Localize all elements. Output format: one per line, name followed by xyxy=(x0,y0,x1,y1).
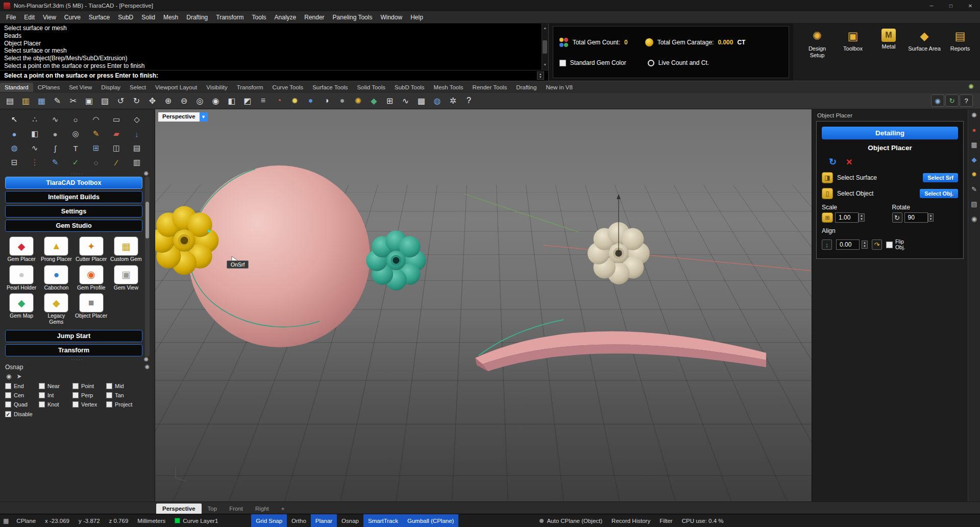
hatch-icon[interactable]: ▩ xyxy=(413,96,429,106)
menu-item[interactable]: Tools xyxy=(248,12,271,22)
gem-studio-tool[interactable]: ▲ Prong Placer xyxy=(40,237,72,262)
osnap-gear-icon[interactable]: ✺ xyxy=(143,356,150,363)
status-right-item[interactable]: Record History xyxy=(607,514,655,527)
osnap-pointer-icon[interactable]: ➤ xyxy=(16,373,21,380)
checkbox-box[interactable] xyxy=(106,401,112,408)
checkbox-box[interactable] xyxy=(5,411,11,417)
lighting-icon[interactable]: ✹ xyxy=(287,96,303,106)
ribbon-tab[interactable]: Set View xyxy=(64,83,96,92)
status-grid-icon[interactable]: ▦ xyxy=(0,514,12,527)
gem-studio-tool[interactable]: ◉ Gem Profile xyxy=(75,266,108,291)
command-input[interactable]: Select a point on the surface or press E… xyxy=(0,70,548,81)
menu-item[interactable]: Edit xyxy=(20,12,39,22)
scroll-thumb[interactable] xyxy=(543,40,547,54)
viewport-tab[interactable]: Top xyxy=(202,504,224,514)
osnap-settings-icon[interactable]: ✺ xyxy=(144,364,150,371)
curve-tool-icon[interactable]: ∿ xyxy=(398,96,413,106)
side-tool-icon[interactable]: ✓ xyxy=(65,155,86,170)
render-icon[interactable]: ◔ xyxy=(271,96,287,105)
checkbox-box[interactable] xyxy=(39,383,45,389)
command-history[interactable]: Select surface or meshBeadsObject Placer… xyxy=(0,23,548,70)
checkbox-box[interactable] xyxy=(39,401,45,408)
side-tool-icon[interactable]: ○ xyxy=(65,112,86,127)
toolbox-section-button[interactable]: TiaraCAD Toolbox xyxy=(5,177,142,189)
side-tool-icon[interactable]: ↖ xyxy=(4,112,24,127)
osnap-checkbox[interactable]: Mid xyxy=(106,383,140,389)
side-tool-icon[interactable]: ∴ xyxy=(24,112,45,127)
zoom-extents-icon[interactable]: ◎ xyxy=(192,96,208,106)
render-panel-icon[interactable]: ● xyxy=(972,126,976,134)
viewport-tab[interactable]: Right xyxy=(249,504,275,514)
zoom-in-icon[interactable]: ⊕ xyxy=(160,96,176,106)
ribbon-tab[interactable]: Transform xyxy=(232,83,268,92)
side-tool-icon[interactable]: ⊞ xyxy=(86,141,106,155)
side-tool-icon[interactable]: ● xyxy=(45,127,65,141)
gem-panel-icon[interactable]: ◆ xyxy=(972,156,977,163)
ribbon-tab[interactable]: Visibility xyxy=(202,83,232,92)
status-right-item[interactable]: CPU use: 0.4 % xyxy=(677,514,728,527)
paste-icon[interactable]: ▧ xyxy=(97,96,113,106)
ribbon-tab[interactable]: Solid Tools xyxy=(353,83,390,92)
ribbon-tab[interactable]: Select xyxy=(125,83,151,92)
gem-studio-tool[interactable]: ● Pearl Holder xyxy=(5,266,38,291)
side-tool-icon[interactable]: ⋮ xyxy=(24,155,45,170)
wireframe-display-icon[interactable]: ◩ xyxy=(239,96,255,106)
minimize-icon[interactable]: ─ xyxy=(922,0,941,11)
rotate-view-icon[interactable]: ◉ xyxy=(208,96,224,106)
status-toggle[interactable]: Osnap xyxy=(337,514,363,527)
menu-item[interactable]: Window xyxy=(376,12,406,22)
gem-studio-tool[interactable]: ◆ Gem Placer xyxy=(5,237,38,262)
osnap-checkbox[interactable]: Vertex xyxy=(72,401,106,408)
ribbon-tab[interactable]: Drafting xyxy=(511,83,541,92)
menu-item[interactable]: Surface xyxy=(85,12,114,22)
viewport-title-chip[interactable]: Perspective ▼ xyxy=(158,112,208,122)
help-icon[interactable]: ? xyxy=(461,96,477,105)
status-toggle[interactable]: Planar xyxy=(311,514,337,527)
display-panel-icon[interactable]: ◉ xyxy=(971,215,977,223)
scale-input[interactable]: 1.00 xyxy=(835,212,859,223)
side-tool-icon[interactable]: ∿ xyxy=(24,141,45,155)
menu-item[interactable]: SubD xyxy=(114,12,137,22)
toolbox-section-button[interactable]: Gem Studio xyxy=(5,220,142,232)
osnap-checkbox[interactable]: Project xyxy=(106,401,140,408)
checkbox-box[interactable] xyxy=(5,401,11,408)
redo-icon[interactable]: ↻ xyxy=(129,96,144,106)
display-mode-icon[interactable]: ◑ xyxy=(318,96,334,105)
quick-tool-button[interactable]: M Metal xyxy=(872,29,905,79)
viewport-tab[interactable]: Perspective xyxy=(156,504,202,514)
checkbox-box[interactable] xyxy=(106,392,112,398)
gem-studio-tool[interactable]: ● Cabochon xyxy=(40,266,72,291)
align-spinner[interactable]: ▲▼ xyxy=(862,241,868,249)
side-tool-icon[interactable]: ◫ xyxy=(106,141,127,155)
osnap-checkbox[interactable]: Int xyxy=(39,392,72,398)
panel-drag-handle[interactable]: ·····✺ xyxy=(0,171,155,177)
panels-icon[interactable]: ▦ xyxy=(971,141,977,149)
flip-checkbox[interactable] xyxy=(886,242,893,248)
command-scrollbar[interactable]: ▲▼ xyxy=(542,23,548,70)
osnap-disable-checkbox[interactable]: Disable xyxy=(5,411,150,417)
menu-item[interactable]: Render xyxy=(300,12,328,22)
status-right-item[interactable]: Filter xyxy=(655,514,677,527)
ribbon-tab[interactable]: Viewport Layout xyxy=(151,83,202,92)
rotate-spinner[interactable]: ▲▼ xyxy=(928,213,934,222)
side-tool-icon[interactable]: ∿ xyxy=(45,112,65,127)
ribbon-tab[interactable]: CPlanes xyxy=(33,83,64,92)
align-input[interactable]: 0.00 xyxy=(836,239,860,250)
toolbox-section-button[interactable]: Intelligent Builds xyxy=(5,191,142,203)
gem-studio-tool[interactable]: ▦ Custom Gem xyxy=(110,237,142,262)
viewport-tab[interactable]: Front xyxy=(223,504,249,514)
layers-icon[interactable]: ≡ xyxy=(255,96,271,105)
menu-item[interactable]: File xyxy=(2,12,20,22)
lighting-panel-icon[interactable]: ✹ xyxy=(971,171,977,178)
sphere-tool-icon[interactable]: ● xyxy=(303,96,318,105)
cancel-icon[interactable]: ✕ xyxy=(846,157,852,167)
command-spinner[interactable]: ▲▼ xyxy=(537,71,544,80)
viewport-title[interactable]: Perspective xyxy=(158,112,200,122)
menu-item[interactable]: Help xyxy=(406,12,427,22)
checkbox-box[interactable] xyxy=(39,392,45,398)
gem-studio-tool[interactable]: ✦ Cutter Placer xyxy=(75,237,108,262)
edit-icon[interactable]: ✎ xyxy=(50,96,65,106)
osnap-checkbox[interactable]: End xyxy=(5,383,39,389)
quick-tool-button[interactable]: ▣ Toolbox xyxy=(836,29,870,79)
osnap-checkbox[interactable]: Perp xyxy=(72,392,106,398)
